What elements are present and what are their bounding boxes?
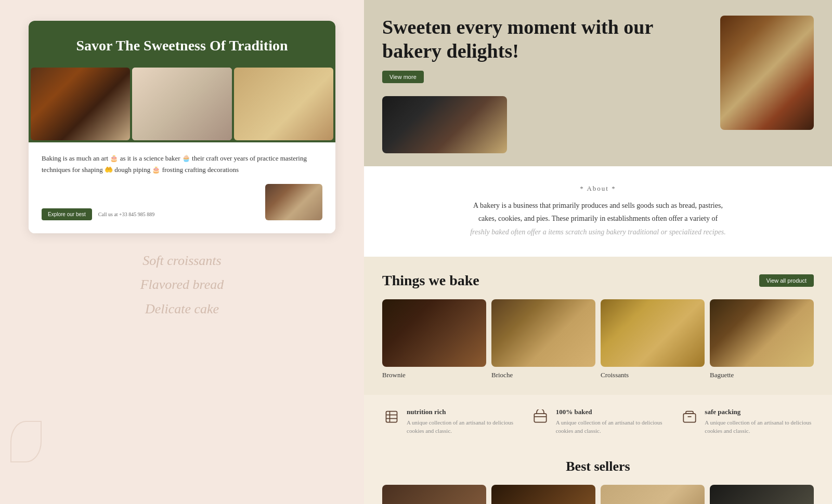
product-item-croissants[interactable]: Croissants bbox=[601, 299, 705, 379]
bestseller-3[interactable] bbox=[601, 485, 705, 504]
deco-line-1: Soft croissants bbox=[140, 249, 224, 273]
features-section: nutrition rich A unique collection of an… bbox=[364, 395, 832, 448]
hero-croissant-image bbox=[382, 96, 507, 153]
about-text: A bakery is a business that primarily pr… bbox=[468, 199, 728, 238]
product-name-brioche: Brioche bbox=[491, 371, 595, 379]
product-image-baguette bbox=[710, 299, 814, 367]
bestseller-4[interactable] bbox=[710, 485, 814, 504]
hero-right-image bbox=[720, 16, 814, 130]
mockup-title: Savor The Sweetness Of Tradition bbox=[39, 36, 325, 55]
products-section: Things we bake View all product Brownie … bbox=[364, 257, 832, 395]
product-item-brownie[interactable]: Brownie bbox=[382, 299, 486, 379]
about-section: * About * A bakery is a business that pr… bbox=[364, 166, 832, 257]
products-title: Things we bake bbox=[382, 272, 479, 289]
bestseller-1[interactable] bbox=[382, 485, 486, 504]
mockup-bottom-row: Explore our best Call us at +33 845 985 … bbox=[42, 184, 322, 220]
feature-desc-packing: A unique collection of an artisanal to d… bbox=[705, 418, 814, 435]
svg-rect-0 bbox=[386, 412, 397, 422]
feature-packing: safe packing A unique collection of an a… bbox=[680, 408, 814, 435]
packing-icon bbox=[680, 408, 698, 426]
product-image-croissants bbox=[601, 299, 705, 367]
feature-nutrition: nutrition rich A unique collection of an… bbox=[382, 408, 516, 435]
left-panel: Savor The Sweetness Of Tradition Baking … bbox=[0, 0, 364, 504]
mockup-img-brownies bbox=[31, 68, 130, 140]
feature-text-baked: 100% baked A unique collection of an art… bbox=[556, 408, 665, 435]
product-name-baguette: Baguette bbox=[710, 371, 814, 379]
mockup-images-row bbox=[29, 65, 335, 142]
products-grid: Brownie Brioche Croissants Baguette bbox=[382, 299, 814, 379]
call-text: Call us at +33 845 985 889 bbox=[98, 211, 154, 217]
hero-title: Sweeten every moment with our bakery del… bbox=[382, 16, 710, 63]
bestseller-2[interactable] bbox=[491, 485, 595, 504]
bestsellers-grid bbox=[382, 485, 814, 504]
product-name-brownie: Brownie bbox=[382, 371, 486, 379]
website-mockup: Savor The Sweetness Of Tradition Baking … bbox=[29, 21, 335, 233]
deco-line-2: Flavored bread bbox=[140, 273, 224, 297]
feature-desc-nutrition: A unique collection of an artisanal to d… bbox=[407, 418, 516, 435]
hero-left: Sweeten every moment with our bakery del… bbox=[382, 16, 710, 153]
feature-desc-baked: A unique collection of an artisanal to d… bbox=[556, 418, 665, 435]
explore-btn[interactable]: Explore our best bbox=[42, 208, 92, 220]
view-more-button[interactable]: View more bbox=[382, 71, 424, 83]
product-image-brownie bbox=[382, 299, 486, 367]
mockup-img-bread-rolls bbox=[234, 68, 333, 140]
decorative-text: Soft croissants Flavored bread Delicate … bbox=[140, 249, 224, 322]
right-panel: Sweeten every moment with our bakery del… bbox=[364, 0, 832, 504]
feature-text-nutrition: nutrition rich A unique collection of an… bbox=[407, 408, 516, 435]
feature-title-nutrition: nutrition rich bbox=[407, 408, 516, 416]
mockup-actions: Explore our best Call us at +33 845 985 … bbox=[42, 208, 154, 220]
bestsellers-section: Best sellers bbox=[364, 448, 832, 504]
swirl-decoration bbox=[10, 421, 42, 462]
about-label: * About * bbox=[395, 184, 801, 193]
feature-title-baked: 100% baked bbox=[556, 408, 665, 416]
product-item-brioche[interactable]: Brioche bbox=[491, 299, 595, 379]
nutrition-icon bbox=[382, 408, 400, 426]
svg-rect-4 bbox=[535, 414, 547, 422]
hero-section: Sweeten every moment with our bakery del… bbox=[364, 0, 832, 166]
view-all-button[interactable]: View all product bbox=[759, 274, 814, 287]
feature-title-packing: safe packing bbox=[705, 408, 814, 416]
mockup-content: Baking is as much an art 🎂 as it is a sc… bbox=[29, 142, 335, 233]
mockup-header: Savor The Sweetness Of Tradition bbox=[29, 21, 335, 65]
feature-text-packing: safe packing A unique collection of an a… bbox=[705, 408, 814, 435]
products-header: Things we bake View all product bbox=[382, 272, 814, 289]
product-image-brioche bbox=[491, 299, 595, 367]
deco-line-3: Delicate cake bbox=[140, 297, 224, 322]
product-item-baguette[interactable]: Baguette bbox=[710, 299, 814, 379]
mockup-body-text: Baking is as much an art 🎂 as it is a sc… bbox=[42, 153, 322, 176]
product-name-croissants: Croissants bbox=[601, 371, 705, 379]
feature-baked: 100% baked A unique collection of an art… bbox=[531, 408, 665, 435]
bestsellers-title: Best sellers bbox=[382, 459, 814, 474]
mockup-hand-image bbox=[265, 184, 322, 220]
mockup-img-baker bbox=[132, 68, 231, 140]
baked-icon bbox=[531, 408, 550, 426]
